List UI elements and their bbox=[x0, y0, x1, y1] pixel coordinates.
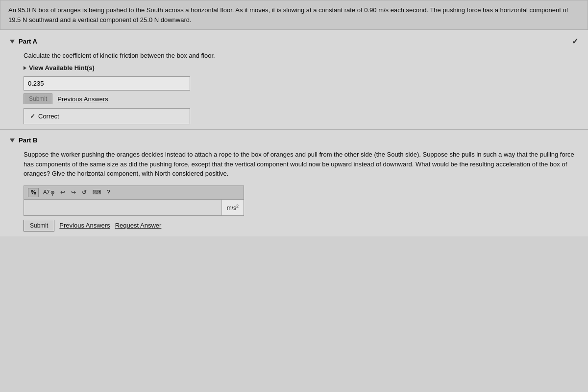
part-b-body: Suppose the worker pushing the oranges d… bbox=[10, 150, 578, 231]
reset-button[interactable]: ↺ bbox=[80, 188, 88, 197]
keyboard-button[interactable]: ⌨ bbox=[91, 188, 102, 197]
answer-input-row: m/s2 bbox=[24, 200, 244, 215]
part-b-collapse-icon[interactable] bbox=[10, 138, 15, 142]
redo-button[interactable]: ↪ bbox=[70, 188, 77, 197]
part-a-body: Calculate the coefficient of kinetic fri… bbox=[10, 52, 578, 124]
part-b-label: Part B bbox=[19, 137, 37, 144]
part-a-answer-display: 0.235 bbox=[24, 76, 190, 91]
part-b-section: Part B Suppose the worker pushing the or… bbox=[0, 130, 588, 236]
part-a-correct-icon: ✓ bbox=[572, 37, 578, 46]
main-content: Part A ✓ Calculate the coefficient of ki… bbox=[0, 30, 588, 236]
part-a-correct-box: ✓ Correct bbox=[24, 108, 190, 124]
part-b-question: Suppose the worker pushing the oranges d… bbox=[24, 150, 578, 179]
math-symbols-button[interactable]: AΣφ bbox=[42, 188, 56, 197]
problem-statement: An 95.0 N box of oranges is being pushed… bbox=[0, 0, 588, 30]
part-b-previous-answers-link[interactable]: Previous Answers bbox=[59, 222, 110, 229]
help-button[interactable]: ? bbox=[105, 188, 112, 197]
math-toolbar: ⁰⁄₀ AΣφ ↩ ↪ ↺ ⌨ ? bbox=[24, 185, 244, 199]
correct-label: Correct bbox=[38, 113, 59, 120]
view-hint-link[interactable]: View Available Hint(s) bbox=[24, 64, 578, 71]
page-container: An 95.0 N box of oranges is being pushed… bbox=[0, 0, 588, 392]
part-a-section: Part A ✓ Calculate the coefficient of ki… bbox=[0, 30, 588, 129]
part-b-answer-input[interactable] bbox=[24, 200, 222, 215]
unit-label: m/s2 bbox=[222, 204, 244, 211]
fraction-button[interactable]: ⁰⁄₀ bbox=[28, 188, 39, 197]
request-answer-link[interactable]: Request Answer bbox=[115, 222, 162, 229]
part-a-submit-row: Submit Previous Answers bbox=[24, 93, 578, 104]
problem-text: An 95.0 N box of oranges is being pushed… bbox=[8, 6, 568, 23]
part-a-submit-button[interactable]: Submit bbox=[24, 93, 52, 104]
part-a-previous-answers-link[interactable]: Previous Answers bbox=[57, 95, 108, 103]
hint-triangle-icon bbox=[24, 66, 26, 70]
part-a-question: Calculate the coefficient of kinetic fri… bbox=[24, 52, 578, 59]
part-a-answer-value: 0.235 bbox=[28, 80, 44, 87]
part-a-collapse-icon[interactable] bbox=[10, 40, 15, 44]
part-b-header: Part B bbox=[10, 137, 578, 144]
part-b-submit-button[interactable]: Submit bbox=[24, 220, 54, 231]
correct-checkmark: ✓ bbox=[30, 113, 35, 120]
part-b-answer-area: m/s2 bbox=[24, 199, 244, 216]
undo-button[interactable]: ↩ bbox=[59, 188, 67, 197]
part-a-label: Part A bbox=[19, 38, 37, 45]
part-b-submit-row: Submit Previous Answers Request Answer bbox=[24, 220, 578, 231]
hint-link-label: View Available Hint(s) bbox=[29, 64, 95, 71]
part-a-header: Part A ✓ bbox=[10, 37, 578, 46]
